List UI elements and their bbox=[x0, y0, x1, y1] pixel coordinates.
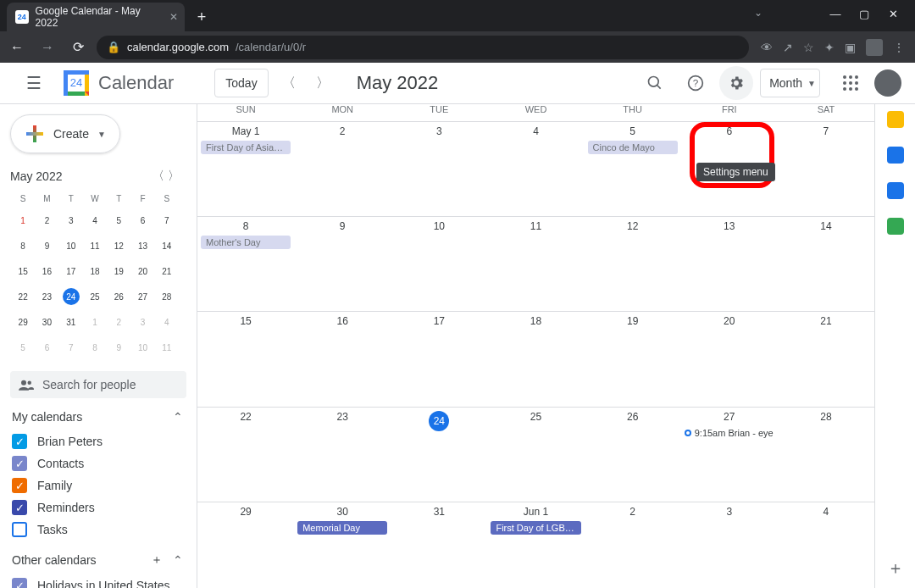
mini-day-cell[interactable]: 7 bbox=[156, 208, 178, 232]
event-chip[interactable]: First Day of LGBTQ bbox=[491, 521, 580, 535]
mini-day-cell[interactable]: 14 bbox=[156, 234, 178, 258]
mini-day-cell[interactable]: 24 bbox=[60, 285, 82, 308]
calendar-checkbox[interactable]: ✓ bbox=[12, 434, 27, 449]
mini-day-cell[interactable]: 3 bbox=[60, 208, 82, 232]
mini-day-cell[interactable]: 15 bbox=[12, 259, 34, 283]
day-cell[interactable]: 4 bbox=[778, 502, 874, 588]
profile-icon[interactable] bbox=[866, 39, 883, 56]
mini-day-cell[interactable]: 31 bbox=[60, 310, 82, 334]
day-cell[interactable]: 3 bbox=[681, 502, 778, 588]
day-cell[interactable]: 24 bbox=[391, 408, 487, 502]
mini-day-cell[interactable]: 28 bbox=[156, 285, 178, 308]
day-cell[interactable]: 2 bbox=[585, 502, 681, 588]
mini-day-cell[interactable]: 18 bbox=[84, 259, 106, 283]
forward-button[interactable]: → bbox=[36, 36, 59, 59]
mini-day-cell[interactable]: 20 bbox=[131, 259, 153, 283]
day-cell[interactable]: 31 bbox=[391, 502, 487, 588]
day-cell[interactable]: 4 bbox=[487, 122, 584, 216]
contacts-icon[interactable] bbox=[887, 182, 904, 199]
mini-day-cell[interactable]: 25 bbox=[84, 285, 106, 308]
day-cell[interactable]: 13 bbox=[681, 217, 778, 311]
calendar-item[interactable]: ✓Reminders bbox=[10, 496, 197, 519]
mini-day-cell[interactable]: 9 bbox=[36, 234, 58, 258]
day-cell[interactable]: 8Mother's Day bbox=[197, 217, 294, 311]
mini-day-cell[interactable]: 29 bbox=[12, 310, 34, 334]
day-cell[interactable]: 25 bbox=[487, 408, 584, 502]
sidepanel-icon[interactable]: ▣ bbox=[845, 41, 856, 54]
day-cell[interactable]: 30Memorial Day bbox=[294, 502, 391, 588]
calendar-checkbox[interactable]: ✓ bbox=[12, 478, 27, 493]
mini-day-cell[interactable]: 17 bbox=[60, 259, 82, 283]
mini-day-cell[interactable]: 8 bbox=[12, 234, 34, 258]
day-cell[interactable]: 16 bbox=[294, 312, 391, 406]
tasks-icon[interactable] bbox=[887, 147, 904, 164]
calendar-item[interactable]: ✓Family bbox=[10, 474, 197, 496]
day-cell[interactable]: 15 bbox=[197, 312, 294, 406]
search-people-input[interactable]: Search for people bbox=[10, 371, 186, 398]
day-cell[interactable]: 12 bbox=[585, 217, 681, 311]
address-bar[interactable]: 🔒 calendar.google.com/calendar/u/0/r bbox=[97, 36, 749, 59]
mini-day-cell[interactable]: 6 bbox=[131, 208, 153, 232]
tabs-dropdown-icon[interactable]: ⌄ bbox=[754, 7, 762, 19]
share-icon[interactable]: ↗ bbox=[783, 41, 793, 54]
add-addon-icon[interactable]: ＋ bbox=[887, 557, 904, 580]
day-cell[interactable]: 20 bbox=[681, 312, 778, 406]
day-cell[interactable]: 23 bbox=[294, 408, 391, 502]
add-calendar-icon[interactable]: ＋ bbox=[151, 552, 163, 568]
day-cell[interactable]: Jun 1First Day of LGBTQ bbox=[487, 502, 584, 588]
event-timed[interactable]: 9:15am Brian - eye bbox=[685, 428, 774, 438]
mini-day-cell[interactable]: 23 bbox=[36, 285, 58, 308]
mini-day-cell[interactable]: 1 bbox=[84, 310, 106, 334]
mini-day-cell[interactable]: 11 bbox=[156, 336, 178, 359]
search-icon[interactable] bbox=[638, 66, 672, 100]
mini-day-cell[interactable]: 6 bbox=[36, 336, 58, 359]
mini-day-cell[interactable]: 30 bbox=[36, 310, 58, 334]
main-menu-icon[interactable]: ☰ bbox=[14, 63, 54, 103]
new-tab-button[interactable]: + bbox=[190, 5, 214, 29]
kebab-icon[interactable]: ⋮ bbox=[893, 41, 905, 54]
extensions-icon[interactable]: ✦ bbox=[824, 41, 835, 54]
calendar-checkbox[interactable]: ✓ bbox=[12, 456, 27, 471]
day-cell[interactable]: 26 bbox=[585, 408, 681, 502]
calendar-checkbox[interactable] bbox=[12, 522, 27, 537]
mini-day-cell[interactable]: 9 bbox=[108, 336, 130, 359]
minimize-icon[interactable]: — bbox=[824, 8, 847, 20]
day-cell[interactable]: 22 bbox=[197, 408, 294, 502]
day-cell[interactable]: 2 bbox=[294, 122, 391, 216]
mini-day-cell[interactable]: 19 bbox=[108, 259, 130, 283]
day-cell[interactable]: 21 bbox=[778, 312, 874, 406]
maximize-icon[interactable]: ▢ bbox=[852, 8, 876, 20]
day-cell[interactable]: 17 bbox=[391, 312, 487, 406]
prev-period-button[interactable]: 〈 bbox=[275, 69, 302, 97]
close-window-icon[interactable]: ✕ bbox=[881, 8, 905, 20]
day-cell[interactable]: 19 bbox=[585, 312, 681, 406]
maps-icon[interactable] bbox=[887, 218, 904, 235]
account-avatar[interactable] bbox=[874, 69, 901, 97]
view-switcher[interactable]: Month ▼ bbox=[760, 69, 820, 97]
mini-day-cell[interactable]: 8 bbox=[84, 336, 106, 359]
close-icon[interactable]: ✕ bbox=[169, 11, 178, 23]
calendar-checkbox[interactable]: ✓ bbox=[12, 500, 27, 515]
day-cell[interactable]: 9 bbox=[294, 217, 391, 311]
other-calendars-section[interactable]: Other calendars ＋ ⌃ bbox=[10, 541, 197, 574]
day-cell[interactable]: 10 bbox=[391, 217, 487, 311]
day-cell[interactable]: 11 bbox=[487, 217, 584, 311]
mini-day-cell[interactable]: 22 bbox=[12, 285, 34, 308]
settings-icon[interactable] bbox=[719, 66, 753, 100]
mini-day-cell[interactable]: 16 bbox=[36, 259, 58, 283]
mini-day-cell[interactable]: 4 bbox=[84, 208, 106, 232]
mini-day-cell[interactable]: 5 bbox=[12, 336, 34, 359]
event-chip[interactable]: Mother's Day bbox=[201, 236, 291, 249]
day-cell[interactable]: May 1First Day of Asian P bbox=[197, 122, 294, 216]
day-cell[interactable]: 28 bbox=[778, 408, 874, 502]
google-apps-icon[interactable] bbox=[834, 66, 868, 100]
mini-day-cell[interactable]: 27 bbox=[131, 285, 153, 308]
event-chip[interactable]: First Day of Asian P bbox=[201, 141, 291, 154]
mini-next-button[interactable]: 〉 bbox=[168, 169, 180, 184]
mini-day-cell[interactable]: 10 bbox=[60, 234, 82, 258]
mini-day-cell[interactable]: 2 bbox=[36, 208, 58, 232]
mini-day-cell[interactable]: 21 bbox=[156, 259, 178, 283]
mini-day-cell[interactable]: 1 bbox=[12, 208, 34, 232]
day-cell[interactable]: 5Cinco de Mayo bbox=[585, 122, 681, 216]
star-icon[interactable]: ☆ bbox=[803, 41, 814, 54]
